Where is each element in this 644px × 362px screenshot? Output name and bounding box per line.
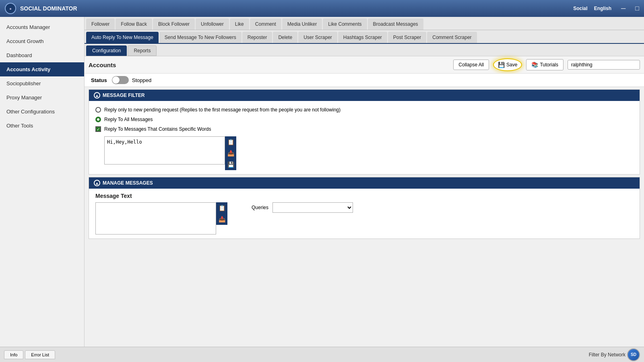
import-message-button[interactable]: 📥 (216, 214, 227, 225)
tab-user-scraper[interactable]: User Scraper (298, 32, 337, 43)
status-label: Status (91, 77, 107, 83)
tab-media-unliker[interactable]: Media Unliker (282, 19, 322, 30)
radio-all-messages[interactable] (95, 117, 101, 122)
manage-messages-panel: ▲ MANAGE MESSAGES Message Text 📋 📥 (89, 177, 640, 239)
queries-select[interactable] (272, 202, 353, 213)
search-input[interactable] (568, 60, 640, 70)
sidebar-item-sociopublisher[interactable]: Sociopublisher (0, 76, 84, 90)
tutorials-icon: 📚 (531, 62, 538, 68)
nav-row-1: Follower Follow Back Block Follower Unfo… (85, 17, 644, 30)
keywords-wrap: Hi,Hey,Hello 📋 📥 💾 (104, 136, 633, 170)
message-textarea[interactable] (95, 202, 216, 234)
collapse-all-button[interactable]: Collapse All (453, 60, 489, 70)
tab-post-scraper[interactable]: Post Scraper (388, 32, 426, 43)
tab-comment-scraper[interactable]: Comment Scraper (427, 32, 477, 43)
sidebar-item-accounts-manager[interactable]: Accounts Manager (0, 20, 84, 34)
bottom-tab-info[interactable]: Info (4, 350, 23, 359)
config-tabs-row: Configuration Reports (85, 44, 644, 56)
status-bar: Status Stopped (85, 74, 644, 87)
radio-pending[interactable] (95, 107, 101, 113)
sidebar: Accounts Manager Account Growth Dashboar… (0, 17, 85, 347)
section-title: Accounts (89, 62, 449, 68)
option-row-all-messages: Reply To All Messages (95, 115, 633, 124)
tab-auto-reply[interactable]: Auto Reply To New Message (86, 32, 159, 43)
scroll-content: Status Stopped ▲ MESSAGE FILTER (85, 74, 644, 347)
sidebar-item-dashboard[interactable]: Dashboard (0, 48, 84, 62)
tab-comment[interactable]: Comment (250, 19, 281, 30)
toggle-wrap: Stopped (112, 76, 151, 84)
queries-label: Queries (252, 205, 268, 210)
titlebar-controls: Social English ─ □ (573, 5, 639, 12)
tab-block-follower[interactable]: Block Follower (153, 19, 195, 30)
queries-wrap: Queries (252, 202, 353, 213)
tab-follow-back[interactable]: Follow Back (116, 19, 152, 30)
toolbar: Accounts Collapse All 💾 Save 📚 Tutorials (85, 56, 644, 74)
copy-keywords-button[interactable]: 📋 (225, 136, 236, 148)
manage-messages-title: MANAGE MESSAGES (103, 180, 153, 186)
option-all-messages-label: Reply To All Messages (104, 117, 153, 122)
save-keywords-button[interactable]: 💾 (225, 159, 236, 170)
sidebar-item-other-tools[interactable]: Other Tools (0, 119, 84, 133)
keywords-side-buttons: 📋 📥 💾 (225, 136, 236, 170)
social-control[interactable]: Social (573, 6, 587, 11)
tab-reposter[interactable]: Reposter (242, 32, 272, 43)
bottom-tab-error-list[interactable]: Error List (25, 350, 55, 359)
tab-hashtags-scraper[interactable]: Hashtags Scraper (338, 32, 387, 43)
tab-follower[interactable]: Follower (86, 19, 115, 30)
bottom-spacer (85, 241, 644, 257)
option-specific-words-label: Reply To Messages That Contains Specific… (104, 126, 211, 132)
collapse-message-filter-button[interactable]: ▲ (94, 92, 100, 99)
tab-unfollower[interactable]: Unfollower (196, 19, 229, 30)
titlebar: ● SOCIAL DOMINATOR Social English ─ □ (0, 0, 644, 17)
app-logo: ● (5, 3, 16, 14)
message-textarea-wrap: 📋 📥 (95, 202, 227, 234)
tab-like-comments[interactable]: Like Comments (323, 19, 367, 30)
filter-by-network-label: Filter By Network (589, 352, 625, 358)
sidebar-item-proxy-manager[interactable]: Proxy Manager (0, 90, 84, 105)
message-filter-header: ▲ MESSAGE FILTER (89, 90, 640, 101)
tutorials-button[interactable]: 📚 Tutorials (526, 59, 564, 70)
app-title: SOCIAL DOMINATOR (20, 5, 77, 12)
tab-send-message-followers[interactable]: Send Message To New Followers (159, 32, 242, 43)
option-pending-label: Reply only to new pending request (Repli… (104, 107, 341, 113)
network-icon[interactable]: SD (627, 348, 640, 361)
sidebar-item-other-configurations[interactable]: Other Configurations (0, 105, 84, 119)
nav-row-2: Auto Reply To New Message Send Message T… (85, 30, 644, 44)
tab-like[interactable]: Like (230, 19, 249, 30)
import-keywords-button[interactable]: 📥 (225, 148, 236, 159)
restore-button[interactable]: □ (635, 5, 639, 12)
manage-messages-body: Message Text 📋 📥 Queries (89, 189, 640, 239)
status-toggle[interactable] (112, 76, 129, 84)
message-filter-panel: ▲ MESSAGE FILTER Reply only to new pendi… (89, 89, 640, 175)
language-control[interactable]: English (594, 6, 611, 11)
message-filter-body: Reply only to new pending request (Repli… (89, 101, 640, 174)
collapse-manage-messages-button[interactable]: ▲ (94, 180, 100, 186)
option-row-specific-words: Reply To Messages That Contains Specific… (95, 124, 633, 134)
manage-messages-header: ▲ MANAGE MESSAGES (89, 177, 640, 189)
tab-delete[interactable]: Delete (273, 32, 297, 43)
message-input-row: 📋 📥 Queries (95, 202, 633, 234)
sidebar-item-accounts-activity[interactable]: Accounts Activity (0, 62, 84, 76)
checkbox-specific-words[interactable] (95, 126, 101, 132)
message-side-buttons: 📋 📥 (216, 202, 227, 225)
copy-message-button[interactable]: 📋 (216, 202, 227, 214)
status-text: Stopped (132, 77, 151, 83)
message-text-label: Message Text (95, 193, 633, 199)
save-icon: 💾 (498, 62, 505, 68)
tab-reports[interactable]: Reports (128, 45, 157, 56)
tab-configuration[interactable]: Configuration (86, 45, 127, 56)
minimize-button[interactable]: ─ (621, 5, 625, 12)
toggle-knob (112, 76, 120, 84)
save-button[interactable]: 💾 Save (493, 58, 522, 71)
content-area: Follower Follow Back Block Follower Unfo… (85, 17, 644, 347)
sidebar-item-account-growth[interactable]: Account Growth (0, 34, 84, 48)
keywords-textarea[interactable]: Hi,Hey,Hello (104, 136, 225, 165)
bottom-bar: Info Error List Filter By Network SD (0, 347, 644, 362)
main-layout: Accounts Manager Account Growth Dashboar… (0, 17, 644, 347)
tab-broadcast-messages[interactable]: Broadcast Messages (368, 19, 423, 30)
message-filter-title: MESSAGE FILTER (103, 93, 144, 98)
option-row-pending: Reply only to new pending request (Repli… (95, 105, 633, 115)
